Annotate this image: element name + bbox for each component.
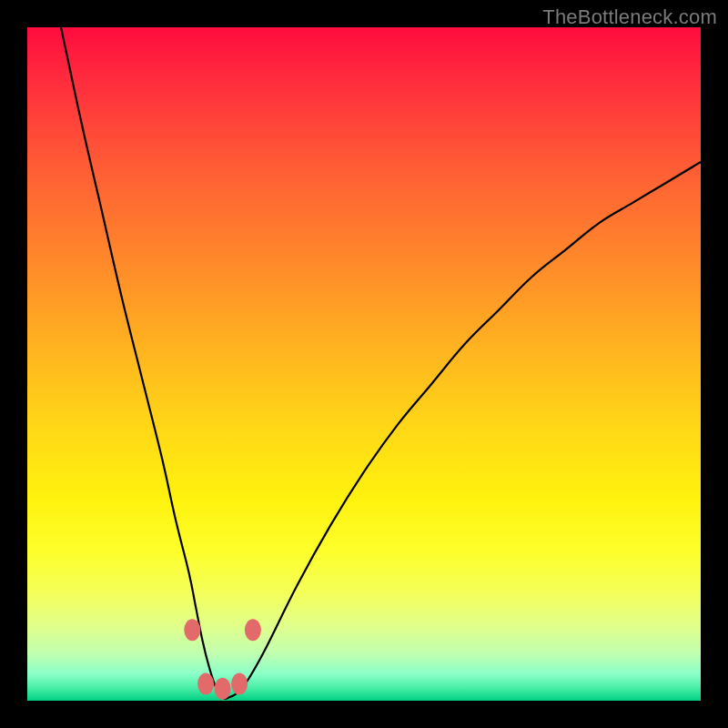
- bottleneck-curve: [61, 27, 701, 699]
- curve-svg: [27, 27, 701, 701]
- curve-marker: [215, 678, 231, 700]
- chart-container: TheBottleneck.com: [0, 0, 728, 728]
- curve-markers: [184, 619, 261, 699]
- curve-marker: [184, 619, 200, 641]
- curve-marker: [231, 673, 248, 695]
- curve-marker: [245, 619, 261, 641]
- curve-marker: [197, 673, 214, 695]
- watermark-text: TheBottleneck.com: [542, 5, 717, 29]
- plot-area: [27, 27, 701, 701]
